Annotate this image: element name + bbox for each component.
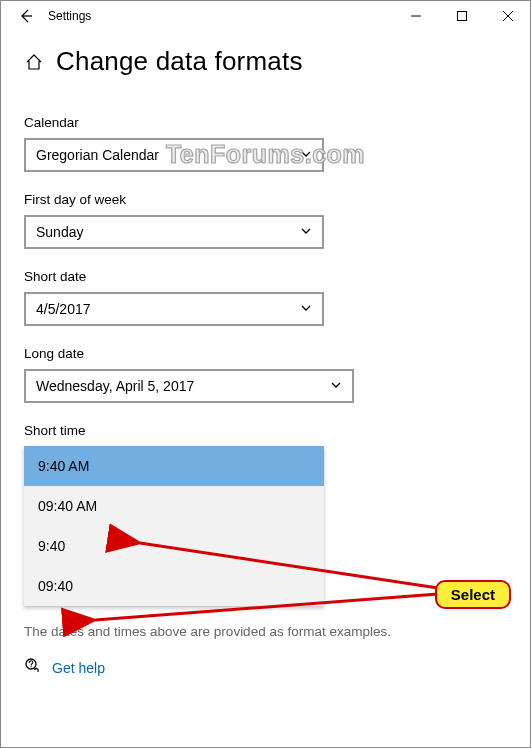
field-label: Short date bbox=[24, 269, 507, 284]
annotation-label: Select bbox=[435, 580, 511, 609]
close-button[interactable] bbox=[485, 0, 531, 32]
dropdown-option[interactable]: 09:40 bbox=[24, 566, 324, 606]
chevron-down-icon bbox=[300, 147, 312, 163]
chevron-down-icon bbox=[330, 378, 342, 394]
page-header: Change data formats bbox=[0, 32, 531, 85]
field-label: First day of week bbox=[24, 192, 507, 207]
first-day-select[interactable]: Sunday bbox=[24, 215, 324, 249]
field-first-day: First day of week Sunday bbox=[24, 192, 507, 249]
dropdown-option[interactable]: 9:40 AM bbox=[24, 446, 324, 486]
maximize-button[interactable] bbox=[439, 0, 485, 32]
field-calendar: Calendar Gregorian Calendar bbox=[24, 115, 507, 172]
svg-rect-2 bbox=[458, 12, 467, 21]
select-value: Sunday bbox=[36, 224, 83, 240]
dropdown-option[interactable]: 09:40 AM bbox=[24, 486, 324, 526]
window-controls bbox=[393, 0, 531, 32]
field-short-date: Short date 4/5/2017 bbox=[24, 269, 507, 326]
page-title: Change data formats bbox=[56, 46, 303, 77]
maximize-icon bbox=[457, 11, 467, 21]
help-row: Get help bbox=[24, 657, 507, 679]
short-time-dropdown[interactable]: 9:40 AM 09:40 AM 9:40 09:40 bbox=[24, 446, 324, 606]
field-label: Long date bbox=[24, 346, 507, 361]
minimize-icon bbox=[411, 11, 421, 21]
minimize-button[interactable] bbox=[393, 0, 439, 32]
long-date-select[interactable]: Wednesday, April 5, 2017 bbox=[24, 369, 354, 403]
svg-point-6 bbox=[31, 666, 32, 667]
calendar-select[interactable]: Gregorian Calendar bbox=[24, 138, 324, 172]
get-help-link[interactable]: Get help bbox=[52, 660, 105, 676]
chevron-down-icon bbox=[300, 301, 312, 317]
dropdown-option[interactable]: 9:40 bbox=[24, 526, 324, 566]
field-long-date: Long date Wednesday, April 5, 2017 bbox=[24, 346, 507, 403]
close-icon bbox=[503, 11, 513, 21]
app-title: Settings bbox=[48, 9, 91, 23]
select-value: 4/5/2017 bbox=[36, 301, 91, 317]
arrow-left-icon bbox=[18, 8, 34, 24]
home-icon bbox=[25, 53, 43, 71]
field-label: Calendar bbox=[24, 115, 507, 130]
home-button[interactable] bbox=[24, 52, 44, 72]
short-date-select[interactable]: 4/5/2017 bbox=[24, 292, 324, 326]
field-short-time: Short time 9:40 AM 09:40 AM 9:40 09:40 bbox=[24, 423, 507, 606]
title-bar: Settings bbox=[0, 0, 531, 32]
chevron-down-icon bbox=[300, 224, 312, 240]
help-icon bbox=[24, 657, 42, 679]
back-button[interactable] bbox=[6, 0, 46, 32]
field-label: Short time bbox=[24, 423, 507, 438]
select-value: Wednesday, April 5, 2017 bbox=[36, 378, 194, 394]
footer-note: The dates and times above are provided a… bbox=[24, 624, 507, 639]
select-value: Gregorian Calendar bbox=[36, 147, 159, 163]
